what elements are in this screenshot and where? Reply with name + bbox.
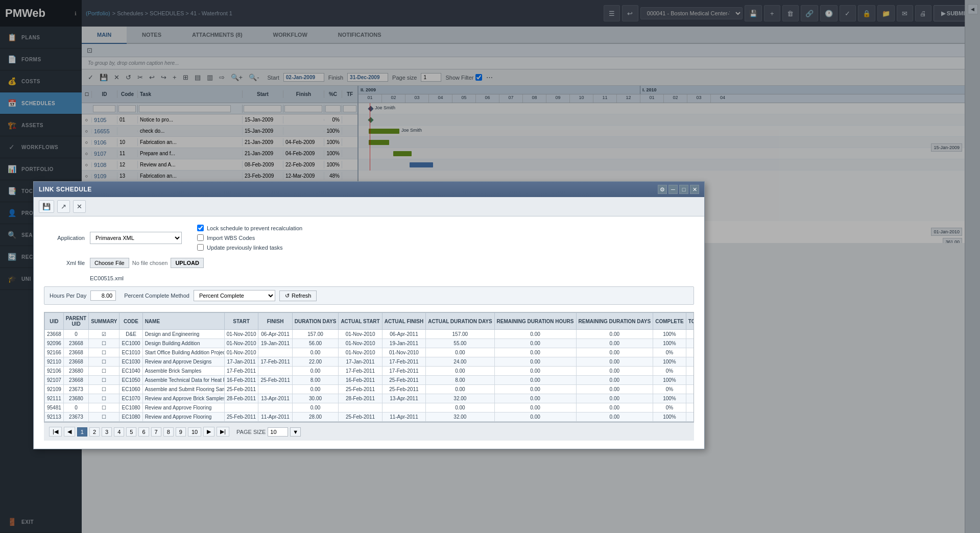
main-content: (Portfolio) > Schedules > SCHEDULES > 41… [82, 0, 980, 533]
modal-export-btn[interactable]: ↗ [57, 200, 70, 213]
last-page-btn[interactable]: ▶| [217, 427, 229, 437]
refresh-btn[interactable]: ↺ Refresh [279, 290, 317, 301]
page-5-btn[interactable]: 5 [126, 427, 136, 437]
table-cell: Design and Engineering [142, 330, 224, 339]
table-cell: 0.00 [494, 339, 576, 348]
upload-btn[interactable]: UPLOAD [171, 258, 203, 268]
table-cell: 0 [686, 403, 694, 413]
checkbox-import-label: Import WBS Codes [207, 235, 255, 241]
refresh-label: Refresh [292, 293, 312, 299]
table-cell: 55.00 [426, 339, 494, 348]
table-cell: ☐ [89, 413, 119, 422]
page-size-dropdown-icon[interactable]: ▼ [290, 427, 301, 437]
table-cell: ☐ [89, 339, 119, 348]
modal-maximize-btn[interactable]: □ [679, 185, 688, 194]
table-cell: 0.00 [494, 348, 576, 357]
application-select[interactable]: Primavera XML [90, 232, 182, 244]
table-cell: 92166 [45, 348, 64, 357]
next-page-btn[interactable]: ▶ [203, 427, 214, 437]
table-cell: EC1030 [119, 357, 142, 367]
th-parent-uid: PARENTUID [63, 313, 88, 330]
page-4-btn[interactable]: 4 [114, 427, 124, 437]
table-cell: 25-Feb-2011 [382, 385, 425, 394]
table-cell: 32.00 [426, 394, 494, 403]
table-cell: 17-Feb-2011 [339, 367, 382, 376]
table-cell: 01-Nov-2010 [382, 348, 425, 357]
th-actual-dur: ACTUAL DURATION DAYS [426, 313, 494, 330]
checkbox-import-input[interactable] [197, 234, 204, 241]
table-cell: ☐ [89, 403, 119, 413]
table-cell: 01-Nov-2010 [224, 330, 258, 339]
table-row: 9209623668☐EC1000Design Building Additio… [45, 339, 695, 348]
table-row: 9211123680☐EC1070Review and Approve Bric… [45, 394, 695, 403]
table-cell: 17-Jan-2011 [224, 357, 258, 367]
table-cell: 17-Feb-2011 [382, 357, 425, 367]
modal-toolbar: 💾 ↗ ✕ [34, 197, 704, 216]
page-3-btn[interactable]: 3 [102, 427, 112, 437]
table-cell: 92107 [45, 376, 64, 385]
checkbox-lock-label: Lock schedule to prevent recalculation [207, 225, 302, 231]
table-cell: Review and Approve Designs [142, 357, 224, 367]
first-page-btn[interactable]: |◀ [49, 427, 62, 437]
modal-body: Application Primavera XML Lock schedule … [34, 216, 704, 449]
table-row: 9216623668☐EC1010Start Office Building A… [45, 348, 695, 357]
table-cell [258, 403, 292, 413]
modal-close-btn[interactable]: ✕ [690, 185, 699, 194]
checkbox-import: Import WBS Codes [197, 234, 302, 241]
table-cell: 28-Feb-2011 [224, 394, 258, 403]
table-cell: 01-Nov-2010 [339, 348, 382, 357]
pct-method-select[interactable]: Percent Complete [194, 290, 275, 301]
table-cell: 0.00 [494, 385, 576, 394]
page-2-btn[interactable]: 2 [89, 427, 100, 437]
table-cell: 23673 [63, 413, 88, 422]
table-cell: 25-Feb-2011 [258, 376, 292, 385]
choose-file-btn[interactable]: Choose File [90, 258, 129, 268]
page-1-btn[interactable]: 1 [77, 427, 87, 437]
table-cell: 19-Jan-2011 [382, 339, 425, 348]
table-cell: 0 [63, 330, 88, 339]
table-cell: 0 [686, 413, 694, 422]
table-cell: 28-Feb-2011 [339, 394, 382, 403]
table-cell: 17-Feb-2011 [258, 357, 292, 367]
table-cell: 0 [686, 376, 694, 385]
checkbox-update-input[interactable] [197, 244, 204, 251]
th-complete: COMPLETE [653, 313, 686, 330]
checkbox-lock-input[interactable] [197, 225, 204, 231]
hours-per-day-input[interactable] [90, 290, 116, 301]
table-cell: 0.00 [494, 394, 576, 403]
page-7-btn[interactable]: 7 [151, 427, 161, 437]
modal-save-btn[interactable]: 💾 [39, 200, 54, 213]
page-9-btn[interactable]: 9 [176, 427, 186, 437]
table-cell: 30.00 [292, 394, 339, 403]
modal-settings-btn[interactable]: ⚙ [658, 185, 667, 194]
page-8-btn[interactable]: 8 [163, 427, 174, 437]
table-cell: 24.00 [426, 357, 494, 367]
table-cell: ☐ [89, 348, 119, 357]
th-finish: FINISH [258, 313, 292, 330]
page-size-input[interactable] [268, 427, 288, 437]
table-cell: 0.00 [494, 330, 576, 339]
table-cell: 28.00 [292, 413, 339, 422]
th-summary: SUMMARY [89, 313, 119, 330]
table-cell: 06-Apr-2011 [382, 330, 425, 339]
th-rem-hours: REMAINING DURATION HOURS [494, 313, 576, 330]
table-cell [339, 403, 382, 413]
table-cell: EC1080 [119, 413, 142, 422]
table-cell: 23673 [63, 385, 88, 394]
table-cell: 01-Nov-2010 [224, 348, 258, 357]
link-schedule-modal: LINK SCHEDULE ⚙ ─ □ ✕ 💾 ↗ ✕ Application … [33, 181, 705, 449]
pct-method-label: Percent Complete Method [124, 293, 189, 299]
table-cell: 0 [686, 348, 694, 357]
table-cell: EC1000 [119, 339, 142, 348]
prev-page-btn[interactable]: ◀ [64, 427, 75, 437]
modal-minimize-btn[interactable]: ─ [668, 185, 678, 194]
table-cell: 0.00 [292, 385, 339, 394]
modal-cancel-btn[interactable]: ✕ [73, 200, 86, 213]
table-cell: 92113 [45, 413, 64, 422]
table-cell: 0 [686, 385, 694, 394]
page-10-btn[interactable]: 10 [188, 427, 201, 437]
page-6-btn[interactable]: 6 [138, 427, 149, 437]
table-cell: 06-Apr-2011 [258, 330, 292, 339]
checkbox-lock: Lock schedule to prevent recalculation [197, 225, 302, 231]
table-cell: 0 [686, 330, 694, 339]
